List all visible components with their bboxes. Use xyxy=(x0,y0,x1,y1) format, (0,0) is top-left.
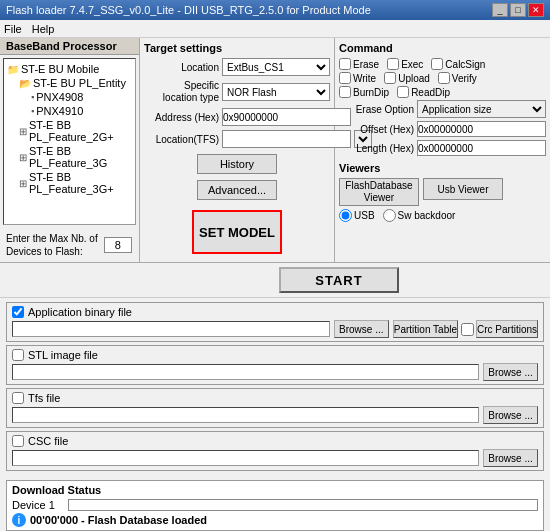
upload-checkbox[interactable] xyxy=(384,72,396,84)
length-label: Length (Hex) xyxy=(339,143,414,154)
tfs-file-label: Tfs file xyxy=(28,392,60,404)
command-checkboxes-row1: Erase Exec CalcSign xyxy=(339,58,546,70)
device-label: Device 1 xyxy=(12,499,60,511)
calcsign-label: CalcSign xyxy=(445,59,485,70)
exec-checkbox[interactable] xyxy=(387,58,399,70)
menu-file[interactable]: File xyxy=(4,23,22,35)
usb-radio-label: USB xyxy=(354,210,375,221)
plus-icon: ⊞ xyxy=(19,126,27,137)
offset-row: Offset (Hex) xyxy=(339,121,546,137)
erase-option-label: Erase Option xyxy=(339,104,414,115)
csc-file-group: CSC file Browse ... xyxy=(6,431,544,471)
viewers-section: Viewers FlashDatabase Viewer Usb Viewer … xyxy=(339,162,546,222)
stl-image-group: STL image file Browse ... xyxy=(6,345,544,385)
app-binary-extra-btns: Partition Table Crc Partitions xyxy=(393,320,538,338)
burndip-checkbox[interactable] xyxy=(339,86,351,98)
status-message-text: 00'00'000 - Flash Database loaded xyxy=(30,514,207,526)
history-button[interactable]: History xyxy=(197,154,277,174)
length-input[interactable] xyxy=(417,140,546,156)
download-status-header: Download Status xyxy=(12,484,538,496)
tree-item-pnx4910[interactable]: ▪ PNX4910 xyxy=(7,104,132,118)
specific-label: Specificlocation type xyxy=(144,80,219,104)
cb-verify: Verify xyxy=(438,72,477,84)
verify-checkbox[interactable] xyxy=(438,72,450,84)
close-button[interactable]: ✕ xyxy=(528,3,544,17)
app-binary-group: Application binary file Browse ... Parti… xyxy=(6,302,544,342)
folder-icon: 📁 xyxy=(7,64,19,75)
tfs-file-row: Tfs file xyxy=(12,392,538,404)
advanced-button[interactable]: Advanced... xyxy=(197,180,277,200)
tree-area[interactable]: 📁 ST-E BU Mobile 📂 ST-E BU PL_Entity ▪ P… xyxy=(3,58,136,225)
tree-item-mobile[interactable]: 📁 ST-E BU Mobile xyxy=(7,62,132,76)
address-input[interactable] xyxy=(222,108,351,126)
cb-erase: Erase xyxy=(339,58,379,70)
readdip-checkbox[interactable] xyxy=(397,86,409,98)
tree-item-pnx4908[interactable]: ▪ PNX4908 xyxy=(7,90,132,104)
set-model-button[interactable]: SET MODEL xyxy=(192,210,282,254)
stl-image-input[interactable] xyxy=(12,364,479,380)
main-content: BaseBand Processor 📁 ST-E BU Mobile 📂 ST… xyxy=(0,38,550,531)
address-label: Address (Hex) xyxy=(144,112,219,123)
crc-partitions-checkbox[interactable] xyxy=(461,323,474,336)
maximize-button[interactable]: □ xyxy=(510,3,526,17)
stl-image-file-row: Browse ... xyxy=(12,363,538,381)
middle-panel: Target settings Location ExtBus_CS1 Spec… xyxy=(140,38,335,262)
cb-calcsign: CalcSign xyxy=(431,58,485,70)
tree-item-entity[interactable]: 📂 ST-E BU PL_Entity xyxy=(7,76,132,90)
offset-input[interactable] xyxy=(417,121,546,137)
command-section: Command Erase Exec CalcSign xyxy=(339,42,546,156)
tree-label: ST-E BB PL_Feature_3G xyxy=(29,145,132,169)
max-devices-input[interactable] xyxy=(104,237,132,253)
command-checkboxes-row3: BurnDip ReadDip xyxy=(339,86,546,98)
usb-viewer-button[interactable]: Usb Viewer xyxy=(423,178,503,200)
app-binary-checkbox[interactable] xyxy=(12,306,24,318)
csc-file-input[interactable] xyxy=(12,450,479,466)
menu-help[interactable]: Help xyxy=(32,23,55,35)
tree-item-feature3g[interactable]: ⊞ ST-E BB PL_Feature_3G xyxy=(7,144,132,170)
app-binary-input[interactable] xyxy=(12,321,330,337)
leaf-icon: ▪ xyxy=(31,106,34,116)
sw-backdoor-radio[interactable] xyxy=(383,209,396,222)
viewers-buttons: FlashDatabase Viewer Usb Viewer xyxy=(339,178,546,206)
start-button[interactable]: START xyxy=(279,267,399,293)
tfs-browse-button[interactable]: Browse ... xyxy=(483,406,538,424)
app-binary-browse-button[interactable]: Browse ... xyxy=(334,320,389,338)
tree-label: ST-E BB PL_Feature_2G+ xyxy=(29,119,132,143)
info-icon: i xyxy=(12,513,26,527)
minimize-button[interactable]: _ xyxy=(492,3,508,17)
erase-option-row: Erase Option Application size xyxy=(339,100,546,118)
location-row: Location ExtBus_CS1 xyxy=(144,58,330,76)
radio-row: USB Sw backdoor xyxy=(339,209,546,222)
title-bar-controls: _ □ ✕ xyxy=(492,3,544,17)
download-status-panel: Download Status Device 1 i 00'00'000 - F… xyxy=(6,480,544,531)
stl-image-checkbox[interactable] xyxy=(12,349,24,361)
write-checkbox[interactable] xyxy=(339,72,351,84)
max-devices-area: Enter the Max Nb. of Devices to Flash: xyxy=(0,228,139,262)
location-tfs-input[interactable] xyxy=(222,130,351,148)
csc-file-checkbox[interactable] xyxy=(12,435,24,447)
command-checkboxes-row2: Write Upload Verify xyxy=(339,72,546,84)
location-label: Location xyxy=(144,62,219,73)
csc-file-row: CSC file xyxy=(12,435,538,447)
erase-option-select[interactable]: Application size xyxy=(417,100,546,118)
tfs-file-input-row: Browse ... xyxy=(12,406,538,424)
calcsign-checkbox[interactable] xyxy=(431,58,443,70)
stl-browse-button[interactable]: Browse ... xyxy=(483,363,538,381)
max-label: Enter the Max Nb. of Devices to Flash: xyxy=(6,232,98,258)
location-select[interactable]: ExtBus_CS1 xyxy=(222,58,330,76)
menu-bar: File Help xyxy=(0,20,550,38)
tfs-file-input[interactable] xyxy=(12,407,479,423)
left-panel: BaseBand Processor 📁 ST-E BU Mobile 📂 ST… xyxy=(0,38,140,262)
tree-item-feature2g[interactable]: ⊞ ST-E BB PL_Feature_2G+ xyxy=(7,118,132,144)
tfs-file-group: Tfs file Browse ... xyxy=(6,388,544,428)
tfs-file-checkbox[interactable] xyxy=(12,392,24,404)
tree-item-feature3gplus[interactable]: ⊞ ST-E BB PL_Feature_3G+ xyxy=(7,170,132,196)
partition-table-button[interactable]: Partition Table xyxy=(393,320,458,338)
crc-partitions-button[interactable]: Crc Partitions xyxy=(476,320,538,338)
csc-browse-button[interactable]: Browse ... xyxy=(483,449,538,467)
specific-type-select[interactable]: NOR Flash xyxy=(222,83,330,101)
verify-label: Verify xyxy=(452,73,477,84)
erase-checkbox[interactable] xyxy=(339,58,351,70)
flash-database-viewer-button[interactable]: FlashDatabase Viewer xyxy=(339,178,419,206)
usb-radio[interactable] xyxy=(339,209,352,222)
